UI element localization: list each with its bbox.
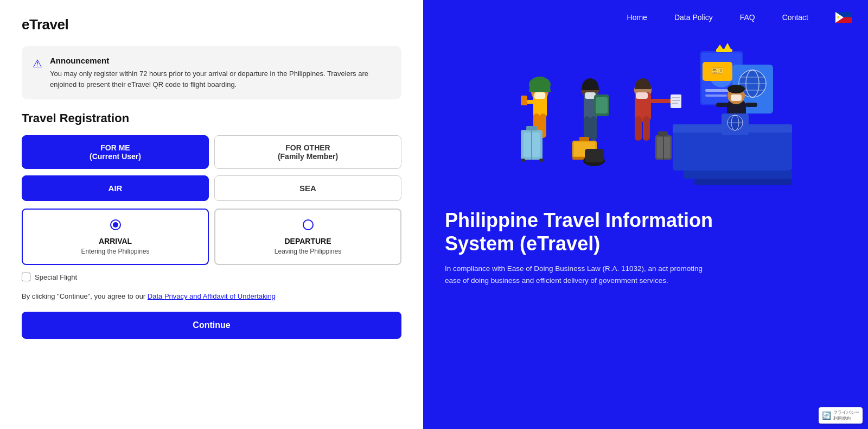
- svg-rect-62: [579, 137, 589, 141]
- svg-rect-68: [643, 116, 650, 141]
- direction-group: ARRIVAL Entering the Philippines DEPARTU…: [22, 209, 401, 265]
- recaptcha-text: フライバシー利用規約: [833, 409, 859, 421]
- svg-rect-70: [649, 99, 674, 103]
- for-other-button[interactable]: FOR OTHER(Family Member): [214, 135, 401, 169]
- special-flight-label[interactable]: Special Flight: [35, 273, 77, 281]
- svg-rect-69: [636, 92, 648, 99]
- user-type-group: FOR ME(Current User) FOR OTHER(Family Me…: [22, 135, 401, 169]
- svg-rect-45: [521, 96, 527, 105]
- right-nav: Home Data Policy FAQ Contact ☀: [423, 0, 868, 35]
- announcement-content: Announcement You may only register withi…: [50, 56, 391, 90]
- svg-rect-50: [521, 159, 525, 162]
- air-button[interactable]: AIR: [22, 175, 209, 201]
- recaptcha-badge[interactable]: 🔄 フライバシー利用規約: [819, 407, 863, 424]
- sea-button[interactable]: SEA: [214, 175, 401, 201]
- special-flight-checkbox[interactable]: [22, 273, 30, 281]
- arrival-title: ARRIVAL: [99, 237, 132, 245]
- transport-group: AIR SEA: [22, 175, 401, 201]
- svg-rect-49: [526, 126, 537, 130]
- svg-rect-32: [745, 103, 757, 107]
- departure-radio: [303, 219, 314, 230]
- announcement-body: You may only register within 72 hours pr…: [50, 68, 391, 90]
- arrival-radio: [110, 219, 121, 230]
- svg-text:🎫: 🎫: [711, 65, 724, 77]
- svg-rect-58: [596, 97, 608, 113]
- arrival-subtitle: Entering the Philippines: [81, 248, 149, 255]
- departure-card[interactable]: DEPARTURE Leaving the Philippines: [214, 209, 401, 265]
- svg-rect-31: [716, 103, 728, 107]
- svg-point-29: [727, 85, 745, 93]
- hero-content: 🎫: [423, 35, 868, 429]
- hero-description: In compliance with Ease of Doing Busines…: [445, 263, 711, 286]
- left-panel: eTravel ⚠ Announcement You may only regi…: [0, 0, 423, 429]
- nav-data-policy[interactable]: Data Policy: [674, 13, 713, 22]
- hero-title: Philippine Travel Information System (eT…: [445, 209, 716, 255]
- privacy-link[interactable]: Data Privacy and Affidavit of Undertakin…: [148, 292, 276, 300]
- for-me-button[interactable]: FOR ME(Current User): [22, 135, 209, 169]
- arrival-card[interactable]: ARRIVAL Entering the Philippines: [22, 209, 209, 265]
- right-panel: Home Data Policy FAQ Contact ☀: [423, 0, 868, 429]
- svg-rect-13: [716, 49, 732, 52]
- recaptcha-logo: 🔄: [822, 411, 831, 420]
- logo: eTravel: [22, 16, 401, 33]
- privacy-text-before: By clicking "Continue", you agree to our: [22, 292, 148, 300]
- hero-illustration: 🎫: [445, 35, 846, 198]
- nav-home[interactable]: Home: [627, 13, 647, 22]
- svg-rect-30: [731, 94, 742, 101]
- svg-rect-43: [534, 92, 545, 99]
- continue-button[interactable]: Continue: [22, 312, 401, 339]
- svg-rect-78: [658, 131, 668, 136]
- privacy-text: By clicking "Continue", you agree to our…: [22, 291, 401, 302]
- svg-rect-25: [684, 171, 792, 179]
- nav-faq[interactable]: FAQ: [740, 13, 755, 22]
- svg-rect-10: [705, 94, 727, 97]
- svg-rect-44: [526, 100, 537, 104]
- svg-rect-71: [671, 94, 681, 108]
- departure-title: DEPARTURE: [284, 237, 331, 245]
- announcement-box: ⚠ Announcement You may only register wit…: [22, 46, 401, 99]
- svg-rect-51: [539, 159, 544, 162]
- special-flight-row: Special Flight: [22, 273, 401, 281]
- svg-rect-26: [694, 179, 792, 185]
- announcement-title: Announcement: [50, 56, 391, 65]
- section-title: Travel Registration: [22, 111, 401, 125]
- svg-rect-67: [635, 116, 642, 141]
- svg-rect-55: [590, 116, 597, 141]
- svg-rect-64: [585, 149, 604, 162]
- departure-subtitle: Leaving the Philippines: [275, 248, 341, 255]
- nav-contact[interactable]: Contact: [782, 13, 808, 22]
- flag-icon: ☀: [835, 12, 852, 23]
- warning-icon: ⚠: [33, 57, 42, 70]
